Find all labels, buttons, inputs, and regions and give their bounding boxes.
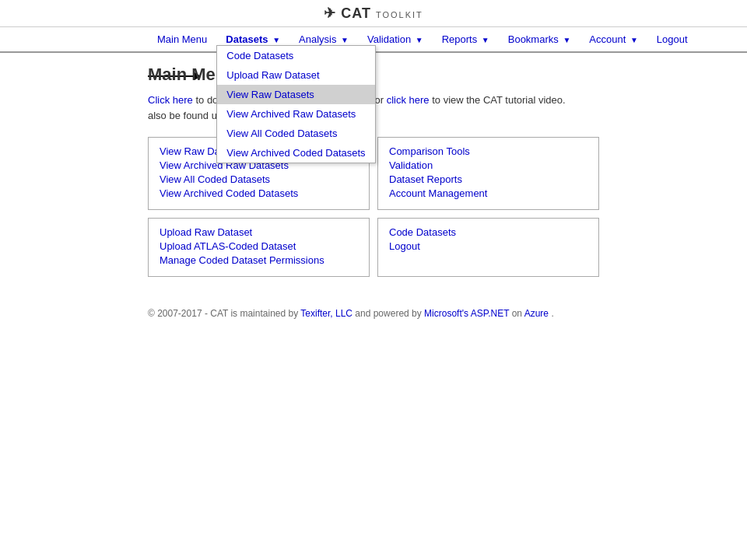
box-upload: Upload Raw Dataset Upload ATLAS-Coded Da… — [148, 218, 370, 277]
reports-arrow-icon: ▼ — [482, 36, 489, 44]
site-header: ✈ CAT TOOLKIT — [0, 0, 747, 27]
click-here-link-2[interactable]: click here — [387, 94, 430, 106]
nav-bookmarks[interactable]: Bookmarks ▼ — [499, 27, 580, 51]
navbar: Main Menu Datasets ▼ Code Datasets Uploa… — [0, 27, 747, 53]
link-code-datasets[interactable]: Code Datasets — [389, 226, 587, 238]
link-logout[interactable]: Logout — [389, 240, 587, 252]
footer-link-aspnet[interactable]: Microsoft's ASP.NET — [424, 308, 509, 319]
footer-text-final: . — [551, 308, 553, 319]
datasets-dropdown-menu: Code Datasets Upload Raw Dataset View Ra… — [216, 45, 375, 163]
dropdown-view-raw-datasets[interactable]: View Raw Datasets — [217, 85, 374, 104]
nav-logout[interactable]: Logout — [647, 27, 697, 51]
site-logo: ✈ CAT TOOLKIT — [324, 5, 423, 21]
analysis-arrow-icon: ▼ — [341, 36, 349, 44]
nav-datasets-wrapper: Datasets ▼ Code Datasets Upload Raw Data… — [216, 33, 289, 45]
validation-arrow-icon: ▼ — [416, 36, 423, 44]
footer-link-azure[interactable]: Azure — [524, 308, 549, 319]
footer: © 2007-2017 - CAT is maintained by Texif… — [0, 296, 747, 331]
link-validation[interactable]: Validation — [389, 159, 587, 171]
link-dataset-reports[interactable]: Dataset Reports — [389, 173, 587, 185]
link-upload-raw-dataset[interactable]: Upload Raw Dataset — [160, 226, 358, 238]
nav-account[interactable]: Account ▼ — [580, 27, 647, 51]
dropdown-code-datasets[interactable]: Code Datasets — [217, 46, 374, 65]
box-code: Code Datasets Logout — [377, 218, 599, 277]
datasets-arrow-icon: ▼ — [272, 36, 280, 44]
footer-text-mid: and powered by — [355, 308, 424, 319]
datasets-dropdown: Code Datasets Upload Raw Dataset View Ra… — [216, 45, 375, 163]
dropdown-view-archived-raw-datasets[interactable]: View Archived Raw Datasets — [217, 104, 374, 124]
dropdown-upload-raw-dataset[interactable]: Upload Raw Dataset — [217, 65, 374, 85]
footer-text-end: on — [512, 308, 524, 319]
link-manage-coded-dataset-permissions[interactable]: Manage Coded Dataset Permissions — [160, 254, 358, 266]
account-arrow-icon: ▼ — [630, 36, 638, 44]
link-view-all-coded-datasets[interactable]: View All Coded Datasets — [160, 173, 358, 185]
nav-reports[interactable]: Reports ▼ — [433, 27, 499, 51]
bookmarks-arrow-icon: ▼ — [563, 36, 570, 44]
footer-text-start: © 2007-2017 - CAT is maintained by — [148, 308, 298, 319]
link-comparison-tools[interactable]: Comparison Tools — [389, 145, 587, 157]
nav-main-menu[interactable]: Main Menu — [148, 27, 216, 51]
dropdown-view-archived-coded-datasets[interactable]: View Archived Coded Datasets — [217, 143, 374, 163]
footer-link-texifter[interactable]: Texifter, LLC — [300, 308, 352, 319]
link-upload-atlas-coded-dataset[interactable]: Upload ATLAS-Coded Dataset — [160, 240, 358, 252]
click-here-link-1[interactable]: Click here — [148, 94, 193, 106]
box-tools: Comparison Tools Validation Dataset Repo… — [377, 137, 599, 210]
link-account-management[interactable]: Account Management — [389, 187, 587, 199]
dropdown-view-all-coded-datasets[interactable]: View All Coded Datasets — [217, 124, 374, 143]
link-view-archived-coded-datasets[interactable]: View Archived Coded Datasets — [160, 187, 358, 199]
